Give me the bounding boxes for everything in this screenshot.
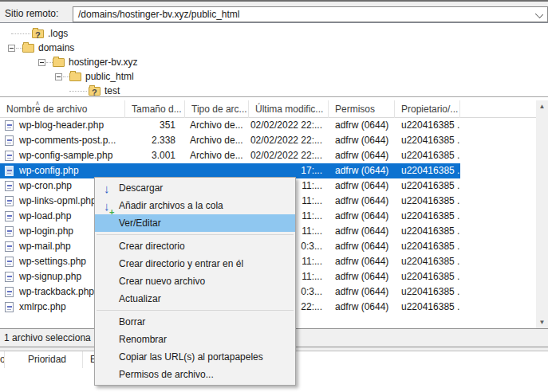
file-name: wp-load.php xyxy=(19,210,71,221)
tree-item-label: .logs xyxy=(48,27,68,41)
menu-item-download[interactable]: ↓ Descargar xyxy=(95,179,295,197)
tree-connector xyxy=(46,62,53,64)
menu-item-label: Actualizar xyxy=(119,293,161,304)
file-owner: u220416385 ... xyxy=(395,284,460,300)
tree-item-label: test xyxy=(104,84,120,98)
file-size: 3.001 xyxy=(125,148,185,163)
file-owner: u220416385 ... xyxy=(395,300,460,315)
vertical-scrollbar[interactable]: ▲ ▼ xyxy=(536,100,548,328)
file-permissions: adfrw (0644) xyxy=(329,163,395,178)
file-name: wp-settings.php xyxy=(19,256,86,267)
table-row[interactable]: wp-blog-header.php 351 Archivo de... 02/… xyxy=(0,118,460,133)
download-icon: ↓ xyxy=(101,179,116,197)
file-size: 2.338 xyxy=(125,133,185,148)
menu-item-view-edit[interactable]: Ver/Editar xyxy=(95,214,295,232)
file-owner: u220416385 ... xyxy=(395,133,460,148)
tree-item-label: hostinger-bv.xyz xyxy=(69,56,137,69)
toolbar-bottom-edge xyxy=(0,0,548,6)
file-icon xyxy=(5,181,14,191)
collapse-expander-icon[interactable] xyxy=(8,45,15,52)
file-name: xmlrpc.php xyxy=(19,301,66,312)
file-owner: u220416385 ... xyxy=(395,269,460,284)
file-owner: u220416385 ... xyxy=(395,239,460,254)
tree-connector xyxy=(11,33,30,35)
remote-path-combobox[interactable]: /domains/hostinger-bv.xyz/public_html xyxy=(73,6,548,22)
collapse-expander-icon[interactable] xyxy=(55,73,62,80)
remote-site-bar: Sitio remoto: /domains/hostinger-bv.xyz/… xyxy=(0,6,548,22)
file-icon xyxy=(5,196,14,206)
column-header-modified[interactable]: Última modific... xyxy=(249,100,329,118)
file-permissions: adfrw (0644) xyxy=(329,300,395,315)
file-icon xyxy=(5,287,14,297)
file-permissions: adfrw (0644) xyxy=(329,178,395,194)
column-header-name[interactable]: Nombre de archivo xyxy=(0,100,125,118)
file-name: wp-trackback.php xyxy=(19,286,94,297)
menu-item-file-permissions[interactable]: Permisos de archivo... xyxy=(95,366,295,383)
collapse-expander-icon[interactable] xyxy=(38,59,45,66)
menu-item-label: Crear directorio y entrar en él xyxy=(119,258,243,269)
file-permissions: adfrw (0644) xyxy=(329,194,395,209)
file-icon xyxy=(5,302,14,312)
selection-status-text: 1 archivo selecciona xyxy=(4,332,91,343)
column-header-type[interactable]: Tipo de arc... xyxy=(185,100,249,118)
tree-connector xyxy=(63,76,69,78)
chevron-down-icon[interactable] xyxy=(535,10,543,18)
menu-separator xyxy=(97,234,294,235)
add-to-queue-icon: ↓+ xyxy=(101,197,116,214)
menu-item-label: Borrar xyxy=(119,316,145,327)
folder-icon xyxy=(22,44,34,53)
column-header-size[interactable]: Tamaño d... xyxy=(125,100,185,118)
scroll-down-icon[interactable]: ▼ xyxy=(536,316,548,328)
remote-tree-pane: .logs domains hostinger-bv.xyz public_ht… xyxy=(0,22,548,97)
file-permissions: adfrw (0644) xyxy=(329,118,395,133)
file-icon xyxy=(5,151,14,161)
menu-item-label: Copiar las URL(s) al portapapeles xyxy=(119,351,263,363)
file-name: wp-login.php xyxy=(19,225,73,237)
file-type: Archivo de... xyxy=(185,133,249,148)
menu-item-refresh[interactable]: Actualizar xyxy=(95,290,295,308)
menu-item-label: Descargar xyxy=(119,182,163,194)
context-menu: ↓ Descargar ↓+ Añadir archivos a la cola… xyxy=(94,177,296,386)
file-name: wp-links-opml.php xyxy=(19,195,97,206)
file-name: wp-mail.php xyxy=(19,241,71,252)
file-permissions: adfrw (0644) xyxy=(329,254,395,269)
folder-open-icon xyxy=(69,73,81,81)
tree-item-label: public_html xyxy=(85,70,134,84)
menu-item-create-file[interactable]: Crear nuevo archivo xyxy=(95,272,295,290)
file-name: wp-signup.php xyxy=(19,271,81,282)
menu-item-label: Ver/Editar xyxy=(119,218,161,229)
menu-item-copy-urls[interactable]: Copiar las URL(s) al portapapeles xyxy=(95,348,295,366)
file-owner: u220416385 ... xyxy=(395,209,460,224)
file-modified: 02/02/2022 22:... xyxy=(249,118,329,133)
column-header-owner[interactable]: Propietario/... xyxy=(395,100,460,118)
menu-item-rename[interactable]: Renombrar xyxy=(95,331,295,348)
file-permissions: adfrw (0644) xyxy=(329,148,395,163)
tree-connector xyxy=(69,91,87,92)
file-permissions: adfrw (0644) xyxy=(329,209,395,224)
menu-item-create-directory[interactable]: Crear directorio xyxy=(95,237,295,255)
table-row[interactable]: wp-comments-post.p... 2.338 Archivo de..… xyxy=(0,133,460,148)
file-permissions: adfrw (0644) xyxy=(329,133,395,148)
queue-column-priority[interactable]: Prioridad xyxy=(5,351,83,368)
table-row[interactable]: wp-config-sample.php 3.001 Archivo de...… xyxy=(0,148,460,163)
menu-item-create-directory-enter[interactable]: Crear directorio y entrar en él xyxy=(95,255,295,272)
file-name: wp-cron.php xyxy=(19,180,72,191)
file-icon xyxy=(5,120,14,131)
file-name: wp-comments-post.p... xyxy=(19,135,116,146)
file-type: Archivo de... xyxy=(185,118,249,133)
file-icon xyxy=(5,241,14,252)
file-permissions: adfrw (0644) xyxy=(329,239,395,254)
file-owner: u220416385 ... xyxy=(395,163,460,178)
scroll-up-icon[interactable]: ▲ xyxy=(536,100,548,112)
folder-question-icon xyxy=(89,87,101,96)
file-name: wp-config.php xyxy=(19,165,79,176)
menu-item-label: Crear nuevo archivo xyxy=(119,276,205,287)
file-list-header: ∧ Nombre de archivo Tamaño d... Tipo de … xyxy=(0,100,548,118)
tree-item-label: domains xyxy=(38,41,74,55)
file-icon xyxy=(5,211,14,221)
file-icon xyxy=(5,135,14,146)
column-header-perms[interactable]: Permisos xyxy=(329,100,395,118)
menu-item-delete[interactable]: Borrar xyxy=(95,313,295,331)
menu-item-add-to-queue[interactable]: ↓+ Añadir archivos a la cola xyxy=(95,197,295,214)
folder-question-icon xyxy=(32,29,44,38)
